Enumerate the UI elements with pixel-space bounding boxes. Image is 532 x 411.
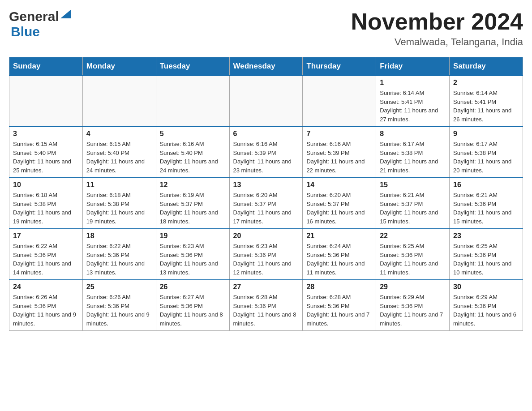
day-info: Sunrise: 6:29 AMSunset: 5:36 PMDaylight:…	[453, 293, 519, 328]
day-number: 7	[306, 130, 372, 138]
page-header: General Blue November 2024 Vemalwada, Te…	[9, 9, 523, 48]
day-number: 29	[380, 283, 446, 291]
day-number: 21	[306, 232, 372, 240]
calendar-header-wednesday: Wednesday	[229, 57, 303, 76]
day-info: Sunrise: 6:16 AMSunset: 5:39 PMDaylight:…	[306, 140, 372, 175]
day-number: 6	[233, 130, 299, 138]
calendar-table: SundayMondayTuesdayWednesdayThursdayFrid…	[9, 57, 523, 331]
calendar-week-row: 3Sunrise: 6:15 AMSunset: 5:40 PMDaylight…	[9, 127, 523, 178]
day-info: Sunrise: 6:28 AMSunset: 5:36 PMDaylight:…	[306, 293, 372, 328]
day-number: 1	[380, 79, 446, 87]
calendar-week-row: 10Sunrise: 6:18 AMSunset: 5:38 PMDayligh…	[9, 178, 523, 229]
calendar-day-cell: 22Sunrise: 6:25 AMSunset: 5:36 PMDayligh…	[376, 229, 450, 280]
calendar-day-cell: 10Sunrise: 6:18 AMSunset: 5:38 PMDayligh…	[9, 178, 83, 229]
day-number: 13	[233, 181, 299, 189]
calendar-day-cell: 29Sunrise: 6:29 AMSunset: 5:36 PMDayligh…	[376, 280, 450, 331]
day-info: Sunrise: 6:22 AMSunset: 5:36 PMDaylight:…	[86, 242, 152, 277]
calendar-day-cell: 30Sunrise: 6:29 AMSunset: 5:36 PMDayligh…	[450, 280, 523, 331]
day-number: 2	[453, 79, 519, 87]
day-info: Sunrise: 6:21 AMSunset: 5:37 PMDaylight:…	[380, 191, 446, 226]
calendar-header-monday: Monday	[82, 57, 156, 76]
day-number: 26	[160, 283, 226, 291]
calendar-day-cell: 28Sunrise: 6:28 AMSunset: 5:36 PMDayligh…	[303, 280, 376, 331]
day-info: Sunrise: 6:20 AMSunset: 5:37 PMDaylight:…	[306, 191, 372, 226]
calendar-day-cell: 24Sunrise: 6:26 AMSunset: 5:36 PMDayligh…	[9, 280, 83, 331]
calendar-day-cell	[229, 76, 303, 127]
day-info: Sunrise: 6:27 AMSunset: 5:36 PMDaylight:…	[160, 293, 226, 328]
calendar-day-cell	[156, 76, 229, 127]
day-number: 14	[306, 181, 372, 189]
day-info: Sunrise: 6:18 AMSunset: 5:38 PMDaylight:…	[13, 191, 79, 226]
logo: General Blue	[9, 9, 71, 39]
day-number: 27	[233, 283, 299, 291]
day-info: Sunrise: 6:21 AMSunset: 5:36 PMDaylight:…	[453, 191, 519, 226]
day-info: Sunrise: 6:24 AMSunset: 5:36 PMDaylight:…	[306, 242, 372, 277]
day-info: Sunrise: 6:22 AMSunset: 5:36 PMDaylight:…	[13, 242, 79, 277]
day-number: 18	[86, 232, 152, 240]
calendar-day-cell	[82, 76, 156, 127]
day-number: 22	[380, 232, 446, 240]
calendar-day-cell	[303, 76, 376, 127]
calendar-day-cell: 17Sunrise: 6:22 AMSunset: 5:36 PMDayligh…	[9, 229, 83, 280]
day-info: Sunrise: 6:15 AMSunset: 5:40 PMDaylight:…	[13, 140, 79, 175]
day-number: 30	[453, 283, 519, 291]
calendar-day-cell: 6Sunrise: 6:16 AMSunset: 5:39 PMDaylight…	[229, 127, 303, 178]
calendar-day-cell: 11Sunrise: 6:18 AMSunset: 5:38 PMDayligh…	[82, 178, 156, 229]
calendar-day-cell: 7Sunrise: 6:16 AMSunset: 5:39 PMDaylight…	[303, 127, 376, 178]
day-number: 12	[160, 181, 226, 189]
calendar-week-row: 17Sunrise: 6:22 AMSunset: 5:36 PMDayligh…	[9, 229, 523, 280]
calendar-header-tuesday: Tuesday	[156, 57, 229, 76]
day-number: 25	[86, 283, 152, 291]
calendar-day-cell: 25Sunrise: 6:26 AMSunset: 5:36 PMDayligh…	[82, 280, 156, 331]
month-title: November 2024	[351, 9, 523, 34]
calendar-day-cell: 2Sunrise: 6:14 AMSunset: 5:41 PMDaylight…	[450, 76, 523, 127]
day-info: Sunrise: 6:14 AMSunset: 5:41 PMDaylight:…	[380, 89, 446, 124]
calendar-day-cell: 9Sunrise: 6:17 AMSunset: 5:38 PMDaylight…	[450, 127, 523, 178]
calendar-day-cell: 21Sunrise: 6:24 AMSunset: 5:36 PMDayligh…	[303, 229, 376, 280]
calendar-day-cell: 27Sunrise: 6:28 AMSunset: 5:36 PMDayligh…	[229, 280, 303, 331]
calendar-day-cell: 23Sunrise: 6:25 AMSunset: 5:36 PMDayligh…	[450, 229, 523, 280]
location-text: Vemalwada, Telangana, India	[351, 36, 523, 48]
calendar-day-cell: 8Sunrise: 6:17 AMSunset: 5:38 PMDaylight…	[376, 127, 450, 178]
day-info: Sunrise: 6:15 AMSunset: 5:40 PMDaylight:…	[86, 140, 152, 175]
day-info: Sunrise: 6:17 AMSunset: 5:38 PMDaylight:…	[380, 140, 446, 175]
day-number: 4	[86, 130, 152, 138]
logo-arrow-icon	[60, 9, 71, 20]
day-number: 3	[13, 130, 79, 138]
day-number: 20	[233, 232, 299, 240]
calendar-day-cell: 12Sunrise: 6:19 AMSunset: 5:37 PMDayligh…	[156, 178, 229, 229]
calendar-day-cell: 14Sunrise: 6:20 AMSunset: 5:37 PMDayligh…	[303, 178, 376, 229]
day-number: 8	[380, 130, 446, 138]
calendar-header-sunday: Sunday	[9, 57, 83, 76]
day-number: 10	[13, 181, 79, 189]
day-number: 15	[380, 181, 446, 189]
day-number: 5	[160, 130, 226, 138]
calendar-day-cell: 1Sunrise: 6:14 AMSunset: 5:41 PMDaylight…	[376, 76, 450, 127]
calendar-week-row: 1Sunrise: 6:14 AMSunset: 5:41 PMDaylight…	[9, 76, 523, 127]
day-info: Sunrise: 6:28 AMSunset: 5:36 PMDaylight:…	[233, 293, 299, 328]
calendar-day-cell: 18Sunrise: 6:22 AMSunset: 5:36 PMDayligh…	[82, 229, 156, 280]
day-number: 17	[13, 232, 79, 240]
calendar-week-row: 24Sunrise: 6:26 AMSunset: 5:36 PMDayligh…	[9, 280, 523, 331]
calendar-day-cell	[9, 76, 83, 127]
title-block: November 2024 Vemalwada, Telangana, Indi…	[351, 9, 523, 48]
calendar-day-cell: 4Sunrise: 6:15 AMSunset: 5:40 PMDaylight…	[82, 127, 156, 178]
calendar-header-saturday: Saturday	[450, 57, 523, 76]
day-info: Sunrise: 6:14 AMSunset: 5:41 PMDaylight:…	[453, 89, 519, 124]
calendar-day-cell: 26Sunrise: 6:27 AMSunset: 5:36 PMDayligh…	[156, 280, 229, 331]
day-number: 9	[453, 130, 519, 138]
day-number: 23	[453, 232, 519, 240]
calendar-day-cell: 13Sunrise: 6:20 AMSunset: 5:37 PMDayligh…	[229, 178, 303, 229]
day-info: Sunrise: 6:23 AMSunset: 5:36 PMDaylight:…	[233, 242, 299, 277]
day-info: Sunrise: 6:19 AMSunset: 5:37 PMDaylight:…	[160, 191, 226, 226]
day-info: Sunrise: 6:23 AMSunset: 5:36 PMDaylight:…	[160, 242, 226, 277]
day-number: 28	[306, 283, 372, 291]
calendar-day-cell: 15Sunrise: 6:21 AMSunset: 5:37 PMDayligh…	[376, 178, 450, 229]
calendar-day-cell: 19Sunrise: 6:23 AMSunset: 5:36 PMDayligh…	[156, 229, 229, 280]
day-info: Sunrise: 6:16 AMSunset: 5:40 PMDaylight:…	[160, 140, 226, 175]
svg-marker-0	[60, 9, 71, 18]
calendar-header-friday: Friday	[376, 57, 450, 76]
day-info: Sunrise: 6:17 AMSunset: 5:38 PMDaylight:…	[453, 140, 519, 175]
logo-blue-text: Blue	[11, 24, 40, 39]
calendar-day-cell: 16Sunrise: 6:21 AMSunset: 5:36 PMDayligh…	[450, 178, 523, 229]
